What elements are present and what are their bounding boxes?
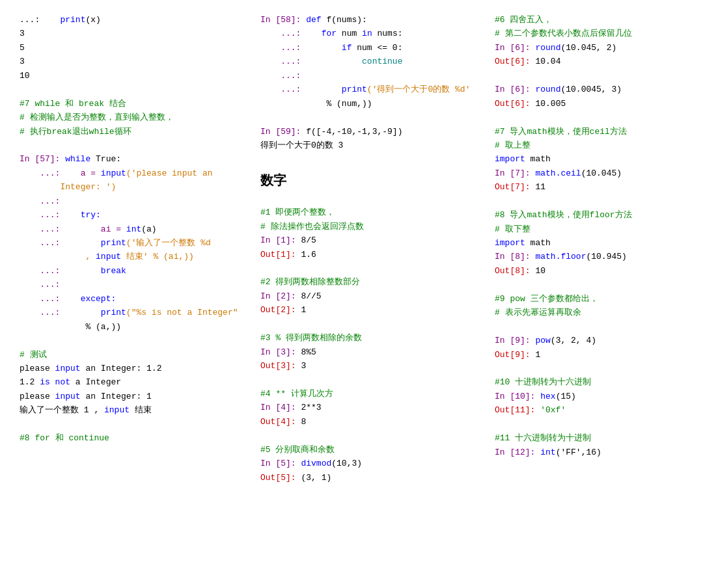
column-3: #6 四舍五入，# 第二个参数代表小数点后保留几位In [6]: round(1… <box>488 13 690 485</box>
code-line: # 取下整 <box>495 222 683 236</box>
code-line: #7 导入math模块，使用ceil方法 <box>495 125 683 139</box>
code-line <box>495 278 683 291</box>
code-line: ...: print(x) <box>20 13 247 27</box>
code-line: Integer: ') <box>20 180 247 194</box>
code-line: 3 <box>20 27 247 40</box>
code-line: #8 导入math模块，使用floor方法 <box>495 208 683 222</box>
code-line <box>20 334 247 347</box>
section-title: 数字 <box>260 172 482 189</box>
code-line: #11 十六进制转为十进制 <box>495 431 683 445</box>
code-line: 1.2 is not a Integer <box>20 375 247 389</box>
column-2: In [58]: def f(nums): ...: for num in nu… <box>254 13 488 485</box>
code-line: ...: try: <box>20 208 247 222</box>
code-line: In [10]: hex(15) <box>495 390 683 403</box>
code-line: Out[1]: 1.6 <box>260 248 482 261</box>
code-line <box>20 139 247 152</box>
code-line: In [8]: math.floor(10.945) <box>495 250 683 263</box>
code-line <box>495 69 683 83</box>
code-line <box>260 373 482 387</box>
code-line: #7 while 和 break 结合 <box>20 97 247 111</box>
column-1: ...: print(x)35310 #7 while 和 break 结合# … <box>13 13 254 485</box>
code-line: 得到一个大于0的数 3 <box>260 139 482 152</box>
code-line: ...: <box>260 69 482 83</box>
code-line: In [2]: 8//5 <box>260 289 482 303</box>
code-line: Out[2]: 1 <box>260 303 482 317</box>
code-line: Out[4]: 8 <box>260 415 482 429</box>
code-line <box>495 194 683 208</box>
code-line: In [59]: f([-4,-10,-1,3,-9]) <box>260 125 482 139</box>
code-line <box>260 317 482 331</box>
main-container: ...: print(x)35310 #7 while 和 break 结合# … <box>13 13 690 485</box>
code-line: 10 <box>20 69 247 83</box>
code-line: Out[11]: '0xf' <box>495 403 683 417</box>
code-line: #10 十进制转为十六进制 <box>495 375 683 389</box>
code-line: ...: break <box>20 264 247 278</box>
code-line: In [3]: 8%5 <box>260 345 482 359</box>
code-line: ...: <box>20 194 247 208</box>
code-line: In [6]: round(10.045, 2) <box>495 41 683 55</box>
code-line: Out[7]: 11 <box>495 180 683 194</box>
code-line: ...: print('输入了一个整数 %d <box>20 236 247 250</box>
code-line: #2 得到两数相除整数部分 <box>260 275 482 289</box>
code-line: #4 ** 计算几次方 <box>260 387 482 401</box>
code-line: ...: if num <= 0: <box>260 41 482 55</box>
code-line: # 第二个参数代表小数点后保留几位 <box>495 27 683 40</box>
code-line: % (a,)) <box>20 320 247 334</box>
code-line: ...: print("%s is not a Integer" <box>20 306 247 319</box>
code-line: #9 pow 三个参数都给出， <box>495 292 683 306</box>
code-line: In [4]: 2**3 <box>260 401 482 414</box>
code-line: In [7]: math.ceil(10.045) <box>495 167 683 180</box>
code-line: # 执行break退出while循环 <box>20 125 247 139</box>
code-line <box>20 418 247 431</box>
code-line: import math <box>495 152 683 166</box>
code-line: #3 % 得到两数相除的余数 <box>260 331 482 345</box>
code-line <box>260 429 482 442</box>
code-line: ...: ai = int(a) <box>20 222 247 236</box>
code-line: In [5]: divmod(10,3) <box>260 457 482 470</box>
code-line: import math <box>495 236 683 250</box>
code-line: #1 即便两个整数， <box>260 206 482 219</box>
code-line <box>495 320 683 334</box>
code-line: Out[9]: 1 <box>495 348 683 362</box>
code-line: # 取上整 <box>495 139 683 152</box>
code-line: #5 分别取商和余数 <box>260 443 482 457</box>
code-line: % (num,)) <box>260 97 482 111</box>
code-line: ...: a = input('please input an <box>20 167 247 180</box>
code-line: ...: continue <box>260 55 482 68</box>
code-line: 3 <box>20 55 247 68</box>
code-line: Out[6]: 10.04 <box>495 55 683 68</box>
code-line: Out[3]: 3 <box>260 359 482 373</box>
code-line: # 检测输入是否为整数，直到输入整数， <box>20 111 247 124</box>
code-line <box>495 418 683 431</box>
code-line: In [12]: int('FF',16) <box>495 446 683 459</box>
code-line <box>260 111 482 124</box>
code-line: ...: print('得到一个大于0的数 %d' <box>260 83 482 96</box>
code-line: In [6]: round(10.0045, 3) <box>495 83 683 96</box>
code-line: # 测试 <box>20 348 247 362</box>
code-line: Out[8]: 10 <box>495 264 683 278</box>
code-line: #8 for 和 continue <box>20 431 247 445</box>
code-line: 5 <box>20 41 247 55</box>
code-line: Out[5]: (3, 1) <box>260 471 482 485</box>
code-line: # 表示先幂运算再取余 <box>495 306 683 319</box>
code-line: 输入了一个整数 1 , input 结束 <box>20 403 247 417</box>
code-line: , input 结束' % (ai,)) <box>20 250 247 263</box>
code-line <box>260 192 482 206</box>
code-line: # 除法操作也会返回浮点数 <box>260 220 482 234</box>
code-line: ...: <box>20 278 247 291</box>
code-line: In [58]: def f(nums): <box>260 13 482 27</box>
code-line: ...: for num in nums: <box>260 27 482 40</box>
code-line: please input an Integer: 1.2 <box>20 362 247 375</box>
code-line: Out[6]: 10.005 <box>495 97 683 111</box>
code-line: please input an Integer: 1 <box>20 390 247 403</box>
code-line: In [9]: pow(3, 2, 4) <box>495 334 683 347</box>
code-line <box>260 152 482 166</box>
code-line: ...: except: <box>20 292 247 306</box>
code-line <box>495 362 683 375</box>
code-line: #6 四舍五入， <box>495 13 683 27</box>
code-line <box>20 83 247 96</box>
code-line: In [57]: while True: <box>20 152 247 166</box>
code-line <box>495 111 683 124</box>
code-line: In [1]: 8/5 <box>260 234 482 247</box>
code-line <box>260 261 482 275</box>
